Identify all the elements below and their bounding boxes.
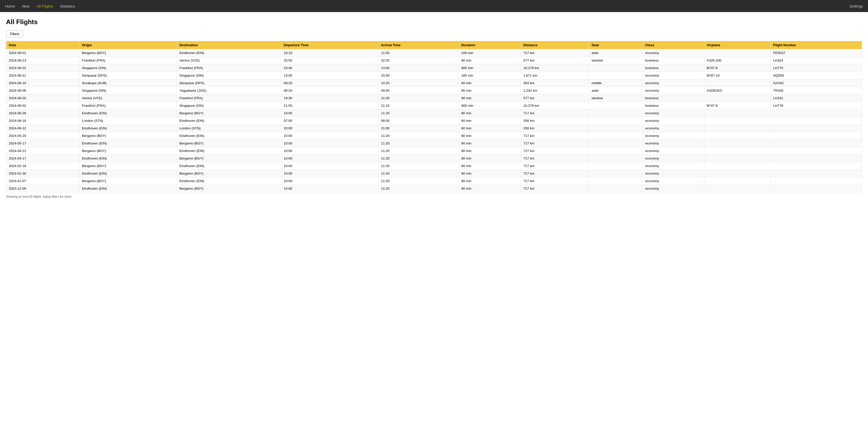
cell-date: 2024-06-28 — [6, 110, 80, 117]
cell-destination: Venice (VCE) — [177, 57, 281, 64]
cell-arrival-time: 09:45 — [378, 87, 459, 94]
cell-duration: 80 min — [459, 155, 521, 162]
cell-origin: Frankfurt (FRA) — [80, 102, 177, 110]
cell-seat — [589, 155, 643, 162]
table-row[interactable]: 2024-05-17Eindhoven (EIN)Bergamo (BGY)10… — [6, 140, 862, 147]
table-row[interactable]: 2024-08-23Frankfurt (FRA)Venice (VCE)20:… — [6, 57, 862, 64]
cell-date: 2024-01-30 — [6, 170, 80, 177]
table-body: 2024-09-01Bergamo (BGY)Eindhoven (EIN)10… — [6, 49, 862, 192]
cell-airplane — [704, 177, 770, 185]
column-header-departure-time[interactable]: Departure Time — [281, 41, 378, 49]
table-row[interactable]: 2024-06-12Eindhoven (EIN)London (STN)20:… — [6, 125, 862, 132]
table-row[interactable]: 2024-01-07Bergamo (BGY)Eindhoven (EIN)10… — [6, 177, 862, 185]
cell-flight-number — [771, 140, 862, 147]
cell-date: 2024-09-01 — [6, 49, 80, 57]
nav-statistics[interactable]: Statistics — [60, 4, 75, 8]
table-row[interactable]: 2024-04-21Bergamo (BGY)Eindhoven (EIN)10… — [6, 147, 862, 155]
nav-all-flights[interactable]: All Flights — [37, 4, 53, 8]
cell-distance: 358 km — [521, 117, 589, 125]
table-row[interactable]: 2024-09-01Bergamo (BGY)Eindhoven (EIN)10… — [6, 49, 862, 57]
table-row[interactable]: 2024-08-02Frankfurt (FRA)Singapore (SIN)… — [6, 102, 862, 110]
cell-arrival-time: 11:20 — [378, 170, 459, 177]
cell-class: economy — [643, 110, 704, 117]
cell-origin: Eindhoven (EIN) — [80, 125, 177, 132]
cell-airplane — [704, 94, 770, 102]
cell-arrival-time: 11:20 — [378, 147, 459, 155]
cell-destination: Eindhoven (EIN) — [177, 177, 281, 185]
cell-airplane — [704, 140, 770, 147]
cell-origin: Singapore (SIN) — [80, 64, 177, 72]
cell-seat — [589, 177, 643, 185]
cell-seat — [589, 170, 643, 177]
cell-class: economy — [643, 117, 704, 125]
cell-origin: Eindhoven (EIN) — [80, 155, 177, 162]
cell-flight-number — [771, 170, 862, 177]
table-row[interactable]: 2024-08-06Singapore (SIN)Yogyakarta (JOG… — [6, 87, 862, 94]
cell-destination: Bergamo (BGY) — [177, 185, 281, 192]
cell-distance: 717 km — [521, 132, 589, 140]
table-row[interactable]: 2024-02-18Bergamo (BGY)Eindhoven (EIN)10… — [6, 162, 862, 170]
cell-destination: Eindhoven (EIN) — [177, 132, 281, 140]
cell-flight-number: FR3537 — [771, 49, 862, 57]
cell-destination: Eindhoven (EIN) — [177, 49, 281, 57]
cell-seat: aisle — [589, 49, 643, 57]
column-header-flight-number[interactable]: Flight Number — [771, 41, 862, 49]
cell-date: 2023-12-06 — [6, 185, 80, 192]
cell-class: economy — [643, 125, 704, 132]
column-header-destination[interactable]: Destination — [177, 41, 281, 49]
cell-duration: 80 min — [459, 177, 521, 185]
cell-duration: 80 min — [459, 185, 521, 192]
cell-flight-number: SQ939 — [771, 72, 862, 80]
cell-duration: 80 min — [459, 110, 521, 117]
table-row[interactable]: 2024-01-30Eindhoven (EIN)Bergamo (BGY)10… — [6, 170, 862, 177]
cell-flight-number: LH778 — [771, 102, 862, 110]
column-header-duration[interactable]: Duration — [459, 41, 521, 49]
table-row[interactable]: 2023-12-06Eindhoven (EIN)Bergamo (BGY)10… — [6, 185, 862, 192]
cell-origin: London (STN) — [80, 117, 177, 125]
nav-home[interactable]: Home — [5, 4, 15, 8]
cell-duration: 165 min — [459, 72, 521, 80]
cell-seat — [589, 162, 643, 170]
table-row[interactable]: 2024-05-20Bergamo (BGY)Eindhoven (EIN)10… — [6, 132, 862, 140]
column-header-distance[interactable]: Distance — [521, 41, 589, 49]
cell-class: economy — [643, 155, 704, 162]
cell-flight-number: LH331 — [771, 94, 862, 102]
cell-date: 2024-06-16 — [6, 117, 80, 125]
cell-departure-time: 10:00 — [281, 177, 378, 185]
cell-destination: Singapore (SIN) — [177, 102, 281, 110]
cell-origin: Bergamo (BGY) — [80, 147, 177, 155]
nav-new[interactable]: New — [22, 4, 30, 8]
cell-departure-time: 10:00 — [281, 132, 378, 140]
cell-seat — [589, 125, 643, 132]
nav-settings[interactable]: Settings — [849, 4, 863, 8]
column-header-airplane[interactable]: Airplane — [704, 41, 770, 49]
cell-flight-number — [771, 162, 862, 170]
cell-flight-number: LH324 — [771, 57, 862, 64]
cell-origin: Singapore (SIN) — [80, 87, 177, 94]
cell-duration: 90 min — [459, 57, 521, 64]
cell-origin: Eindhoven (EIN) — [80, 110, 177, 117]
table-row[interactable]: 2024-06-28Eindhoven (EIN)Bergamo (BGY)10… — [6, 110, 862, 117]
table-row[interactable]: 2024-08-21Denpasar (DPS)Singapore (SIN)1… — [6, 72, 862, 80]
table-row[interactable]: 2024-04-17Eindhoven (EIN)Bergamo (BGY)10… — [6, 155, 862, 162]
cell-flight-number: LH779 — [771, 64, 862, 72]
column-header-arrival-time[interactable]: Arrival Time — [378, 41, 459, 49]
column-header-origin[interactable]: Origin — [80, 41, 177, 49]
cell-origin: Eindhoven (EIN) — [80, 140, 177, 147]
column-header-seat[interactable]: Seat — [589, 41, 643, 49]
table-row[interactable]: 2024-08-22Singapore (SIN)Frankfurt (FRA)… — [6, 64, 862, 72]
cell-distance: 717 km — [521, 185, 589, 192]
table-row[interactable]: 2024-08-02Venice (VCE)Frankfurt (FRA)19:… — [6, 94, 862, 102]
column-header-date[interactable]: Date — [6, 41, 80, 49]
column-header-class[interactable]: Class — [643, 41, 704, 49]
cell-origin: Bergamo (BGY) — [80, 49, 177, 57]
cell-seat — [589, 185, 643, 192]
cell-departure-time: 20:50 — [281, 57, 378, 64]
cell-seat: window — [589, 57, 643, 64]
table-row[interactable]: 2024-08-10Surabaya (SUB)Denpasar (DPS)09… — [6, 80, 862, 87]
table-row[interactable]: 2024-06-16London (STN)Eindhoven (EIN)07:… — [6, 117, 862, 125]
cell-date: 2024-05-17 — [6, 140, 80, 147]
filters-button[interactable]: Filters — [6, 30, 23, 37]
cell-class: economy — [643, 185, 704, 192]
cell-airplane: B747-8 — [704, 64, 770, 72]
